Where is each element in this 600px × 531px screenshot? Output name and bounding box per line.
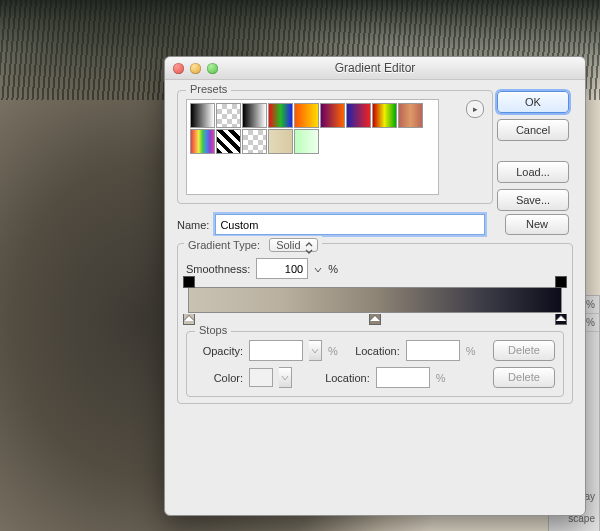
smoothness-input[interactable] bbox=[256, 258, 308, 279]
gradient-editor-dialog: Gradient Editor OK Cancel Load... Save..… bbox=[164, 56, 586, 516]
gradient-type-select[interactable]: Solid bbox=[269, 238, 317, 252]
opacity-stop[interactable] bbox=[183, 276, 195, 288]
location-label-1: Location: bbox=[344, 345, 400, 357]
pct-3: % bbox=[466, 345, 476, 357]
opacity-stop[interactable] bbox=[555, 276, 567, 288]
titlebar[interactable]: Gradient Editor bbox=[165, 57, 585, 80]
pct-1: % bbox=[328, 263, 338, 275]
pct-4: % bbox=[436, 372, 446, 384]
color-stepper bbox=[279, 367, 292, 388]
color-label: Color: bbox=[195, 372, 243, 384]
preset-swatch[interactable] bbox=[216, 103, 241, 128]
preset-swatch[interactable] bbox=[268, 103, 293, 128]
preset-swatch[interactable] bbox=[294, 129, 319, 154]
dialog-title: Gradient Editor bbox=[165, 61, 585, 75]
stops-label: Stops bbox=[195, 324, 231, 336]
delete-color-stop-button: Delete bbox=[493, 367, 555, 388]
preset-swatch[interactable] bbox=[398, 103, 423, 128]
smoothness-stepper[interactable] bbox=[314, 263, 322, 275]
gradient-type-value: Solid bbox=[276, 239, 300, 251]
preset-swatch[interactable] bbox=[216, 129, 241, 154]
opacity-label: Opacity: bbox=[195, 345, 243, 357]
color-stop[interactable] bbox=[183, 314, 195, 325]
smoothness-label: Smoothness: bbox=[186, 263, 250, 275]
preset-swatch[interactable] bbox=[268, 129, 293, 154]
gradient-bar[interactable] bbox=[188, 287, 562, 313]
name-input[interactable] bbox=[215, 214, 485, 235]
color-stop[interactable] bbox=[555, 314, 567, 325]
pct-2: % bbox=[328, 345, 338, 357]
color-location-input bbox=[376, 367, 430, 388]
new-button[interactable]: New bbox=[505, 214, 569, 235]
preset-swatches[interactable] bbox=[186, 99, 439, 195]
preset-swatch[interactable] bbox=[320, 103, 345, 128]
color-stop[interactable] bbox=[369, 314, 381, 325]
opacity-location-input bbox=[406, 340, 460, 361]
opacity-input bbox=[249, 340, 303, 361]
name-label: Name: bbox=[177, 219, 209, 231]
preset-swatch[interactable] bbox=[372, 103, 397, 128]
gradient-type-label: Gradient Type: bbox=[188, 239, 260, 251]
preset-swatch[interactable] bbox=[242, 103, 267, 128]
color-swatch-input bbox=[249, 368, 273, 387]
preset-swatch[interactable] bbox=[190, 103, 215, 128]
presets-label: Presets bbox=[186, 83, 231, 95]
preset-swatch[interactable] bbox=[346, 103, 371, 128]
opacity-stepper bbox=[309, 340, 322, 361]
preset-swatch[interactable] bbox=[294, 103, 319, 128]
chevron-updown-icon bbox=[304, 241, 314, 255]
preset-swatch[interactable] bbox=[190, 129, 215, 154]
location-label-2: Location: bbox=[314, 372, 370, 384]
preset-swatch[interactable] bbox=[242, 129, 267, 154]
delete-opacity-stop-button: Delete bbox=[493, 340, 555, 361]
presets-menu-icon[interactable]: ▸ bbox=[466, 100, 484, 118]
